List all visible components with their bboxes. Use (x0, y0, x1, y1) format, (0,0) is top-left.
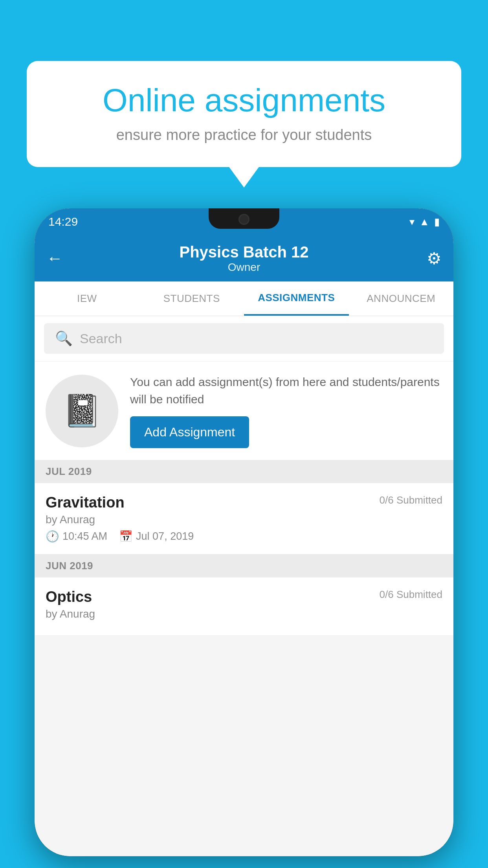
back-button[interactable]: ← (46, 249, 63, 268)
phone-camera (238, 214, 250, 225)
assignment-by-gravitation: by Anurag (46, 513, 442, 526)
phone-notch (209, 208, 279, 229)
month-separator-jul: JUL 2019 (35, 460, 453, 483)
status-icons: ▾ ▲ ▮ (409, 216, 440, 228)
calendar-icon: 📅 (119, 530, 133, 543)
tab-announcements[interactable]: ANNOUNCEM (349, 281, 454, 316)
assignment-icon-circle: 📓 (46, 375, 118, 447)
tab-iew[interactable]: IEW (35, 281, 139, 316)
assignment-gravitation[interactable]: Gravitation 0/6 Submitted by Anurag 🕐 10… (35, 483, 453, 554)
assignment-submitted-optics: 0/6 Submitted (380, 588, 442, 601)
promo-description: You can add assignment(s) from here and … (130, 373, 442, 408)
settings-button[interactable]: ⚙ (427, 249, 442, 268)
assignment-date-gravitation: 📅 Jul 07, 2019 (119, 530, 194, 543)
content-area: 🔍 Search 📓 You can add assignment(s) fro… (35, 316, 453, 856)
status-time: 14:29 (48, 215, 78, 228)
assignment-meta-gravitation: 🕐 10:45 AM 📅 Jul 07, 2019 (46, 530, 442, 543)
clock-icon: 🕐 (46, 530, 59, 543)
assignment-row1-optics: Optics 0/6 Submitted (46, 588, 442, 605)
search-bar-wrapper: 🔍 Search (35, 316, 453, 361)
assignment-by-optics: by Anurag (46, 608, 442, 620)
assignment-notebook-icon: 📓 (62, 392, 102, 429)
phone-frame: 14:29 ▾ ▲ ▮ ← Physics Batch 12 Owner ⚙ I… (35, 208, 453, 856)
assignment-name-optics: Optics (46, 588, 92, 605)
signal-icon: ▲ (419, 216, 429, 228)
speech-bubble-container: Online assignments ensure more practice … (27, 61, 461, 167)
month-separator-jun: JUN 2019 (35, 554, 453, 577)
assignment-promo-text: You can add assignment(s) from here and … (130, 373, 442, 448)
wifi-icon: ▾ (409, 216, 415, 228)
header-title: Physics Batch 12 (179, 243, 308, 261)
phone-screen: 14:29 ▾ ▲ ▮ ← Physics Batch 12 Owner ⚙ I… (35, 208, 453, 856)
assignment-name-gravitation: Gravitation (46, 494, 125, 511)
add-assignment-button[interactable]: Add Assignment (130, 416, 249, 448)
header-subtitle: Owner (179, 261, 308, 274)
speech-bubble-subtitle: ensure more practice for your students (52, 127, 436, 143)
header-title-block: Physics Batch 12 Owner (179, 243, 308, 274)
search-placeholder: Search (80, 331, 122, 346)
assignment-row1: Gravitation 0/6 Submitted (46, 494, 442, 511)
speech-bubble-title: Online assignments (52, 83, 436, 118)
search-bar[interactable]: 🔍 Search (44, 323, 444, 354)
add-assignment-section: 📓 You can add assignment(s) from here an… (35, 362, 453, 460)
tabs-bar: IEW STUDENTS ASSIGNMENTS ANNOUNCEM (35, 281, 453, 316)
assignment-optics[interactable]: Optics 0/6 Submitted by Anurag (35, 577, 453, 636)
search-icon: 🔍 (55, 330, 73, 347)
battery-icon: ▮ (434, 216, 440, 228)
assignment-time-gravitation: 🕐 10:45 AM (46, 530, 107, 543)
speech-bubble: Online assignments ensure more practice … (27, 61, 461, 167)
tab-assignments[interactable]: ASSIGNMENTS (244, 281, 349, 316)
app-header: ← Physics Batch 12 Owner ⚙ (35, 235, 453, 281)
tab-students[interactable]: STUDENTS (139, 281, 244, 316)
assignment-submitted-gravitation: 0/6 Submitted (380, 494, 442, 506)
